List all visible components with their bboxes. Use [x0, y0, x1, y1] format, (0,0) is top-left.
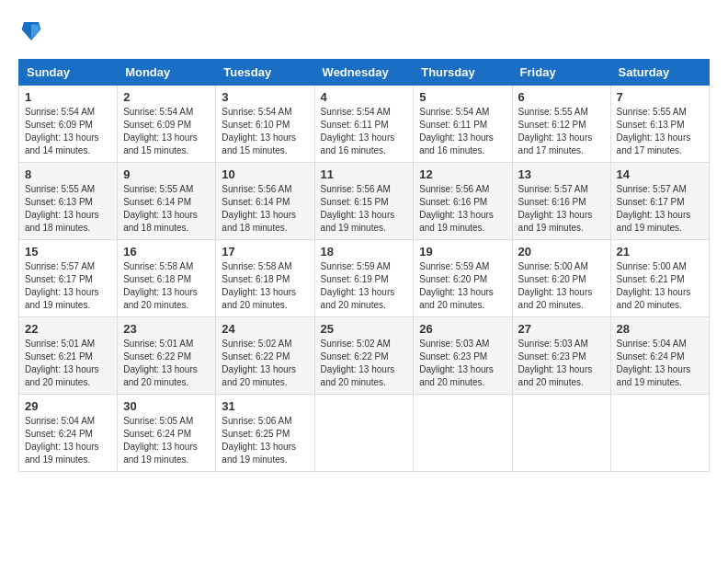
calendar-week-row: 15Sunrise: 5:57 AMSunset: 6:17 PMDayligh…: [19, 240, 710, 317]
calendar-cell: 20Sunrise: 5:00 AMSunset: 6:20 PMDayligh…: [512, 240, 610, 317]
calendar-cell: 24Sunrise: 5:02 AMSunset: 6:22 PMDayligh…: [216, 317, 314, 395]
day-info: Sunrise: 5:54 AMSunset: 6:09 PMDaylight:…: [25, 106, 111, 157]
calendar-cell: 4Sunrise: 5:54 AMSunset: 6:11 PMDaylight…: [314, 86, 414, 163]
day-number: 31: [222, 399, 308, 413]
calendar-header-row: SundayMondayTuesdayWednesdayThursdayFrid…: [19, 60, 710, 86]
weekday-header: Thursday: [414, 60, 512, 86]
day-info: Sunrise: 5:00 AMSunset: 6:20 PMDaylight:…: [518, 260, 605, 312]
weekday-header: Tuesday: [216, 60, 314, 86]
weekday-header: Friday: [512, 60, 610, 86]
day-number: 23: [123, 322, 210, 336]
calendar-cell: 22Sunrise: 5:01 AMSunset: 6:21 PMDayligh…: [19, 317, 118, 395]
calendar-week-row: 29Sunrise: 5:04 AMSunset: 6:24 PMDayligh…: [19, 395, 710, 472]
header: [18, 18, 710, 44]
calendar-cell: 15Sunrise: 5:57 AMSunset: 6:17 PMDayligh…: [19, 240, 118, 317]
calendar-cell: 30Sunrise: 5:05 AMSunset: 6:24 PMDayligh…: [118, 395, 216, 472]
day-info: Sunrise: 5:01 AMSunset: 6:21 PMDaylight:…: [25, 338, 111, 389]
day-number: 24: [222, 322, 308, 336]
day-info: Sunrise: 5:02 AMSunset: 6:22 PMDaylight:…: [222, 338, 308, 389]
day-info: Sunrise: 5:04 AMSunset: 6:24 PMDaylight:…: [25, 415, 111, 466]
day-info: Sunrise: 5:57 AMSunset: 6:17 PMDaylight:…: [617, 183, 703, 235]
day-number: 20: [518, 245, 605, 259]
day-info: Sunrise: 5:54 AMSunset: 6:10 PMDaylight:…: [222, 106, 308, 157]
calendar-cell: 2Sunrise: 5:54 AMSunset: 6:09 PMDaylight…: [118, 86, 216, 163]
calendar-cell: 12Sunrise: 5:56 AMSunset: 6:16 PMDayligh…: [414, 163, 512, 240]
day-number: 4: [321, 90, 408, 104]
day-info: Sunrise: 5:55 AMSunset: 6:14 PMDaylight:…: [123, 183, 210, 235]
day-number: 27: [518, 322, 605, 336]
weekday-header: Saturday: [610, 60, 709, 86]
day-number: 3: [222, 90, 308, 104]
calendar-cell: [314, 395, 414, 472]
day-info: Sunrise: 5:57 AMSunset: 6:17 PMDaylight:…: [25, 260, 111, 312]
day-info: Sunrise: 5:58 AMSunset: 6:18 PMDaylight:…: [123, 260, 210, 312]
calendar-cell: [512, 395, 610, 472]
day-number: 14: [617, 167, 703, 181]
logo: [18, 18, 42, 44]
calendar-cell: 25Sunrise: 5:02 AMSunset: 6:22 PMDayligh…: [314, 317, 414, 395]
calendar-cell: 21Sunrise: 5:00 AMSunset: 6:21 PMDayligh…: [610, 240, 709, 317]
day-info: Sunrise: 5:54 AMSunset: 6:11 PMDaylight:…: [321, 106, 408, 157]
calendar-cell: 1Sunrise: 5:54 AMSunset: 6:09 PMDaylight…: [19, 86, 118, 163]
day-number: 29: [25, 399, 111, 413]
day-number: 21: [617, 245, 703, 259]
calendar-cell: 27Sunrise: 5:03 AMSunset: 6:23 PMDayligh…: [512, 317, 610, 395]
calendar-cell: [610, 395, 709, 472]
day-number: 2: [123, 90, 210, 104]
day-number: 15: [25, 245, 111, 259]
day-info: Sunrise: 5:58 AMSunset: 6:18 PMDaylight:…: [222, 260, 308, 312]
day-info: Sunrise: 5:03 AMSunset: 6:23 PMDaylight:…: [518, 338, 605, 389]
day-info: Sunrise: 5:54 AMSunset: 6:11 PMDaylight:…: [419, 106, 506, 157]
day-info: Sunrise: 5:55 AMSunset: 6:13 PMDaylight:…: [617, 106, 703, 157]
calendar-cell: 31Sunrise: 5:06 AMSunset: 6:25 PMDayligh…: [216, 395, 314, 472]
calendar-cell: 26Sunrise: 5:03 AMSunset: 6:23 PMDayligh…: [414, 317, 512, 395]
day-number: 5: [419, 90, 506, 104]
calendar-cell: 17Sunrise: 5:58 AMSunset: 6:18 PMDayligh…: [216, 240, 314, 317]
day-number: 8: [25, 167, 111, 181]
day-number: 18: [321, 245, 408, 259]
day-number: 17: [222, 245, 308, 259]
day-info: Sunrise: 5:59 AMSunset: 6:19 PMDaylight:…: [321, 260, 408, 312]
calendar-cell: 11Sunrise: 5:56 AMSunset: 6:15 PMDayligh…: [314, 163, 414, 240]
calendar-cell: 9Sunrise: 5:55 AMSunset: 6:14 PMDaylight…: [118, 163, 216, 240]
day-number: 19: [419, 245, 506, 259]
weekday-header: Monday: [118, 60, 216, 86]
day-number: 16: [123, 245, 210, 259]
day-info: Sunrise: 5:56 AMSunset: 6:16 PMDaylight:…: [419, 183, 506, 235]
day-number: 25: [321, 322, 408, 336]
day-number: 30: [123, 399, 210, 413]
day-info: Sunrise: 5:59 AMSunset: 6:20 PMDaylight:…: [419, 260, 506, 312]
day-number: 13: [518, 167, 605, 181]
day-info: Sunrise: 5:56 AMSunset: 6:15 PMDaylight:…: [321, 183, 408, 235]
day-number: 1: [25, 90, 111, 104]
day-info: Sunrise: 5:55 AMSunset: 6:12 PMDaylight:…: [518, 106, 605, 157]
calendar-cell: 18Sunrise: 5:59 AMSunset: 6:19 PMDayligh…: [314, 240, 414, 317]
calendar: SundayMondayTuesdayWednesdayThursdayFrid…: [18, 59, 710, 472]
calendar-cell: 7Sunrise: 5:55 AMSunset: 6:13 PMDaylight…: [610, 86, 709, 163]
day-info: Sunrise: 5:01 AMSunset: 6:22 PMDaylight:…: [123, 338, 210, 389]
day-info: Sunrise: 5:54 AMSunset: 6:09 PMDaylight:…: [123, 106, 210, 157]
calendar-cell: 23Sunrise: 5:01 AMSunset: 6:22 PMDayligh…: [118, 317, 216, 395]
day-info: Sunrise: 5:03 AMSunset: 6:23 PMDaylight:…: [419, 338, 506, 389]
day-number: 22: [25, 322, 111, 336]
day-number: 10: [222, 167, 308, 181]
weekday-header: Wednesday: [314, 60, 414, 86]
day-info: Sunrise: 5:00 AMSunset: 6:21 PMDaylight:…: [617, 260, 703, 312]
calendar-cell: 13Sunrise: 5:57 AMSunset: 6:16 PMDayligh…: [512, 163, 610, 240]
calendar-week-row: 8Sunrise: 5:55 AMSunset: 6:13 PMDaylight…: [19, 163, 710, 240]
calendar-cell: 19Sunrise: 5:59 AMSunset: 6:20 PMDayligh…: [414, 240, 512, 317]
calendar-week-row: 1Sunrise: 5:54 AMSunset: 6:09 PMDaylight…: [19, 86, 710, 163]
logo-icon: [20, 18, 42, 44]
day-info: Sunrise: 5:02 AMSunset: 6:22 PMDaylight:…: [321, 338, 408, 389]
day-number: 11: [321, 167, 408, 181]
calendar-cell: 14Sunrise: 5:57 AMSunset: 6:17 PMDayligh…: [610, 163, 709, 240]
calendar-cell: 16Sunrise: 5:58 AMSunset: 6:18 PMDayligh…: [118, 240, 216, 317]
calendar-cell: 28Sunrise: 5:04 AMSunset: 6:24 PMDayligh…: [610, 317, 709, 395]
day-info: Sunrise: 5:06 AMSunset: 6:25 PMDaylight:…: [222, 415, 308, 466]
calendar-cell: 10Sunrise: 5:56 AMSunset: 6:14 PMDayligh…: [216, 163, 314, 240]
calendar-week-row: 22Sunrise: 5:01 AMSunset: 6:21 PMDayligh…: [19, 317, 710, 395]
day-number: 9: [123, 167, 210, 181]
calendar-cell: 6Sunrise: 5:55 AMSunset: 6:12 PMDaylight…: [512, 86, 610, 163]
calendar-cell: 5Sunrise: 5:54 AMSunset: 6:11 PMDaylight…: [414, 86, 512, 163]
day-number: 7: [617, 90, 703, 104]
